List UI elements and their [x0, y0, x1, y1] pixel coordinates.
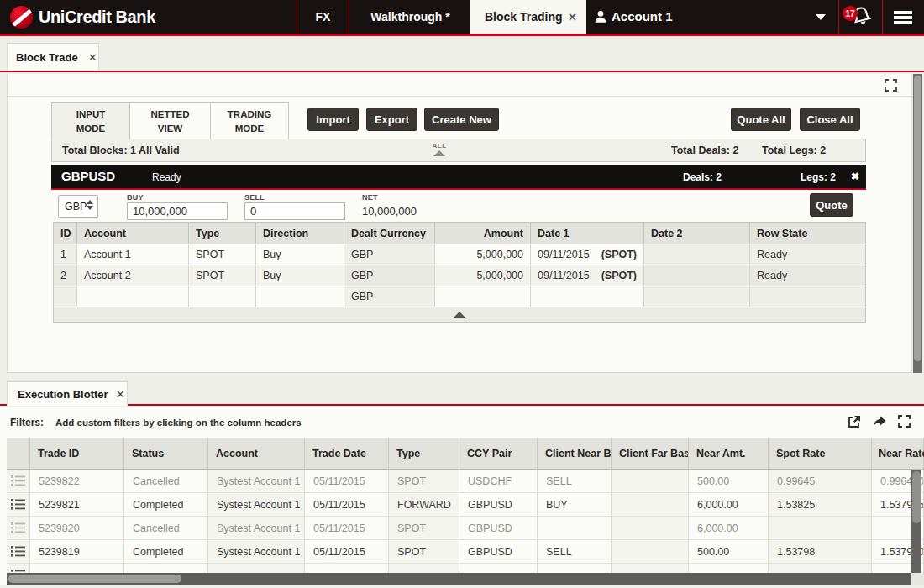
blotter-col-ccy_pair[interactable]: CCY Pair [459, 438, 538, 470]
blotter-cell-menu[interactable] [7, 564, 30, 573]
scrollbar-thumb[interactable] [8, 575, 181, 583]
deals-col-row_state[interactable]: Row State [750, 223, 865, 244]
blotter-row[interactable]: 5239819CompletedSystest Account 105/11/2… [7, 540, 924, 564]
blotter-col-client_far_base[interactable]: Client Far Base [612, 438, 689, 470]
blotter-cell-menu[interactable] [7, 517, 30, 540]
blotter-cell-menu[interactable] [7, 493, 30, 517]
blotter-col-near_amt[interactable]: Near Amt. [689, 438, 769, 470]
account-selector[interactable]: Account 1 [586, 0, 838, 34]
deal-cell-account[interactable] [77, 286, 189, 307]
deal-cell-amount[interactable]: 5,000,000 [435, 244, 531, 265]
deal-cell-account[interactable]: Account 1 [77, 244, 189, 265]
brand-logo[interactable]: UniCredit Bank [10, 5, 155, 29]
deals-table-collapse-button[interactable] [54, 307, 865, 322]
deal-cell-account[interactable]: Account 2 [77, 265, 189, 286]
blotter-cell-ccy_pair: USDCHF [459, 470, 538, 493]
deals-col-direction[interactable]: Direction [256, 223, 344, 244]
blotter-col-account[interactable]: Account [208, 438, 305, 470]
blotter-cell-near_amt: 500.00 [689, 470, 769, 493]
blotter-col-status[interactable]: Status [124, 438, 208, 470]
deal-cell-id[interactable]: 2 [54, 265, 77, 286]
fullscreen-icon[interactable] [898, 415, 911, 428]
deals-col-date2[interactable]: Date 2 [644, 223, 750, 244]
scrollbar-thumb[interactable] [912, 471, 921, 523]
deal-cell-dealt_currency[interactable]: GBP [344, 244, 435, 265]
deal-cell-type[interactable] [189, 286, 256, 307]
deal-cell-id[interactable] [54, 286, 77, 307]
deals-col-id[interactable]: ID [54, 223, 77, 244]
deal-cell-amount[interactable]: 5,000,000 [435, 265, 531, 286]
tab-block-trading[interactable]: Block Trading ✕ [470, 0, 586, 34]
buy-input[interactable]: 10,000,000 [127, 202, 228, 220]
import-button[interactable]: Import [307, 108, 359, 131]
blotter-col-spot_rate[interactable]: Spot Rate [769, 438, 872, 470]
export-button[interactable]: Export [366, 108, 417, 131]
scrollbar-thumb[interactable] [914, 76, 921, 361]
close-block-icon[interactable]: ✖ [851, 171, 859, 182]
deal-cell-dealt_currency[interactable]: GBP [344, 286, 435, 307]
deal-cell-date2[interactable] [644, 286, 750, 307]
deal-cell-type[interactable]: SPOT [189, 244, 256, 265]
tab-block-trade[interactable]: Block Trade ✕ [7, 43, 99, 71]
tab-fx[interactable]: FX [297, 0, 349, 34]
deal-cell-direction[interactable]: Buy [256, 244, 344, 265]
sell-input[interactable]: 0 [244, 202, 345, 220]
deal-cell-row_state[interactable]: Ready [750, 265, 865, 286]
close-icon[interactable]: ✕ [88, 51, 97, 64]
deal-cell-date1[interactable] [531, 286, 644, 307]
quote-button[interactable]: Quote [810, 193, 853, 217]
blotter-row[interactable]: 5239821CompletedSystest Account 105/11/2… [7, 493, 924, 517]
panel-vertical-scrollbar[interactable] [913, 74, 922, 373]
deals-col-date1[interactable]: Date 1 [531, 223, 644, 244]
deal-cell-date2[interactable] [644, 244, 750, 265]
notifications-button[interactable]: 17 [838, 0, 882, 34]
close-icon[interactable]: ✕ [116, 388, 125, 401]
blotter-col-menu[interactable] [7, 438, 30, 470]
deal-cell-amount[interactable] [435, 286, 531, 307]
blotter-col-client_near_base[interactable]: Client Near Base [538, 438, 612, 470]
tab-netted-view[interactable]: NETTED VIEW [129, 102, 211, 140]
deal-cell-date2[interactable] [644, 265, 750, 286]
tab-input-mode[interactable]: INPUT MODE [51, 102, 130, 140]
collapse-all-button[interactable]: ALL [423, 142, 456, 156]
tab-walkthrough[interactable]: Walkthrough * [350, 0, 470, 34]
blotter-col-near_rate[interactable]: Near Rate [872, 438, 924, 470]
share-icon[interactable] [873, 415, 886, 428]
deals-row[interactable]: 2Account 2SPOTBuyGBP5,000,00009/11/2015(… [54, 265, 865, 286]
deals-col-type[interactable]: Type [189, 223, 256, 244]
blotter-row[interactable]: 5239820CancelledSystest Account 105/11/2… [7, 517, 924, 540]
deal-cell-row_state[interactable] [750, 286, 865, 307]
create-new-button[interactable]: Create New [424, 108, 499, 131]
deal-cell-dealt_currency[interactable]: GBP [344, 265, 435, 286]
close-all-button[interactable]: Close All [800, 108, 860, 131]
menu-button[interactable] [882, 0, 924, 34]
deal-cell-row_state[interactable]: Ready [750, 244, 865, 265]
tab-execution-blotter[interactable]: Execution Blotter ✕ [7, 381, 128, 406]
deal-cell-date1[interactable]: 09/11/2015(SPOT) [531, 244, 644, 265]
deal-cell-date1[interactable]: 09/11/2015(SPOT) [531, 265, 644, 286]
deal-cell-direction[interactable] [256, 286, 344, 307]
open-in-new-window-icon[interactable] [848, 415, 861, 428]
blotter-row[interactable] [7, 564, 924, 573]
blotter-col-trade_date[interactable]: Trade Date [305, 438, 389, 470]
blotter-cell-menu[interactable] [7, 540, 30, 564]
deal-cell-id[interactable]: 1 [54, 244, 77, 265]
blotter-cell-menu[interactable] [7, 470, 30, 493]
expand-icon[interactable] [885, 79, 897, 92]
horizontal-scrollbar[interactable] [7, 573, 911, 585]
deals-row[interactable]: 1Account 1SPOTBuyGBP5,000,00009/11/2015(… [54, 244, 865, 265]
blotter-vertical-scrollbar[interactable] [911, 470, 921, 575]
deals-col-dealt_currency[interactable]: Dealt Currency [344, 223, 435, 244]
quote-all-button[interactable]: Quote All [731, 108, 791, 131]
deal-cell-type[interactable]: SPOT [189, 265, 256, 286]
close-icon[interactable]: ✕ [568, 11, 577, 24]
blotter-row[interactable]: 5239822CancelledSystest Account 105/11/2… [7, 470, 924, 493]
deals-col-account[interactable]: Account [77, 223, 189, 244]
currency-select[interactable]: GBP [58, 195, 98, 218]
deal-cell-direction[interactable]: Buy [256, 265, 344, 286]
deals-row[interactable]: GBP [54, 286, 865, 307]
deals-col-amount[interactable]: Amount [435, 223, 531, 244]
tab-trading-mode[interactable]: TRADING MODE [210, 102, 289, 140]
blotter-col-type[interactable]: Type [389, 438, 459, 470]
blotter-col-trade_id[interactable]: Trade ID [30, 438, 124, 470]
